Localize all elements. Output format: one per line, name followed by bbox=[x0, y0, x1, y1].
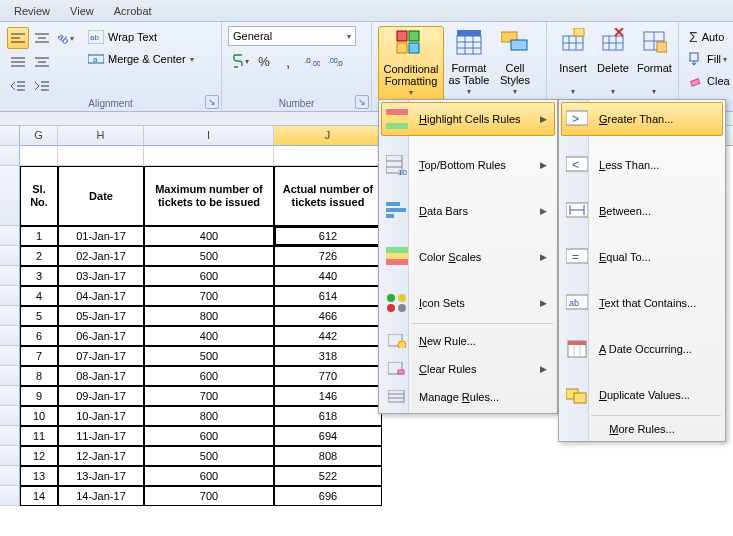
row-header[interactable] bbox=[0, 306, 20, 326]
cell[interactable]: 442 bbox=[274, 326, 382, 346]
cell[interactable]: 12 bbox=[20, 446, 58, 466]
cell[interactable]: 10-Jan-17 bbox=[58, 406, 144, 426]
decrease-indent-icon[interactable] bbox=[7, 75, 29, 97]
row-header[interactable] bbox=[0, 246, 20, 266]
insert-button[interactable]: Insert▾ bbox=[553, 26, 593, 109]
rotate-text-icon[interactable]: ab▾ bbox=[55, 27, 77, 49]
cell[interactable]: 500 bbox=[144, 346, 274, 366]
cell[interactable]: 466 bbox=[274, 306, 382, 326]
col-header-H[interactable]: H bbox=[58, 126, 144, 145]
cell[interactable]: 12-Jan-17 bbox=[58, 446, 144, 466]
menu-equal-to[interactable]: = Equal To... bbox=[561, 240, 723, 274]
cell[interactable]: 7 bbox=[20, 346, 58, 366]
cell[interactable]: 05-Jan-17 bbox=[58, 306, 144, 326]
row-header[interactable] bbox=[0, 146, 20, 166]
col-header-I[interactable]: I bbox=[144, 126, 274, 145]
comma-format-icon[interactable]: , bbox=[277, 50, 299, 72]
percent-format-icon[interactable]: % bbox=[253, 50, 275, 72]
cell[interactable] bbox=[274, 146, 382, 166]
cell[interactable]: 600 bbox=[144, 266, 274, 286]
decrease-decimal-icon[interactable]: .00.0 bbox=[325, 50, 347, 72]
menu-duplicate-values[interactable]: Duplicate Values... bbox=[561, 378, 723, 412]
conditional-formatting-button[interactable]: Conditional Formatting▾ bbox=[378, 26, 444, 109]
select-all-corner[interactable] bbox=[0, 126, 20, 146]
menu-more-rules[interactable]: More Rules... bbox=[561, 419, 723, 439]
menu-highlight-cells-rules[interactable]: Highlight Cells Rules ▶ bbox=[381, 102, 555, 136]
alignment-dialog-launcher[interactable]: ↘ bbox=[205, 95, 219, 109]
cell[interactable]: 700 bbox=[144, 486, 274, 506]
row-header[interactable] bbox=[0, 406, 20, 426]
menu-icon-sets[interactable]: Icon Sets ▶ bbox=[381, 286, 555, 320]
increase-decimal-icon[interactable]: .0.00 bbox=[301, 50, 323, 72]
increase-indent-icon[interactable] bbox=[31, 75, 53, 97]
cell[interactable]: 522 bbox=[274, 466, 382, 486]
cell[interactable]: Sl. No. bbox=[20, 166, 58, 226]
cell[interactable]: 14-Jan-17 bbox=[58, 486, 144, 506]
cell[interactable]: 6 bbox=[20, 326, 58, 346]
row-header[interactable] bbox=[0, 386, 20, 406]
cell[interactable]: 400 bbox=[144, 326, 274, 346]
cell[interactable]: 600 bbox=[144, 366, 274, 386]
cell[interactable]: 400 bbox=[144, 226, 274, 246]
cell[interactable]: 440 bbox=[274, 266, 382, 286]
autosum-button[interactable]: Σ Auto bbox=[685, 27, 725, 47]
row-header[interactable] bbox=[0, 346, 20, 366]
col-header-G[interactable]: G bbox=[20, 126, 58, 145]
format-button[interactable]: Format▾ bbox=[633, 26, 676, 109]
col-header-J[interactable]: J bbox=[274, 126, 382, 145]
tab-review[interactable]: Review bbox=[4, 2, 60, 20]
row-header[interactable] bbox=[0, 166, 20, 226]
cell[interactable]: 696 bbox=[274, 486, 382, 506]
cell[interactable]: 04-Jan-17 bbox=[58, 286, 144, 306]
row-header[interactable] bbox=[0, 466, 20, 486]
menu-top-bottom-rules[interactable]: 10 Top/Bottom Rules ▶ bbox=[381, 148, 555, 182]
cell[interactable]: 800 bbox=[144, 306, 274, 326]
cell[interactable]: 726 bbox=[274, 246, 382, 266]
cell[interactable]: 600 bbox=[144, 426, 274, 446]
format-as-table-button[interactable]: Format as Table▾ bbox=[444, 26, 494, 109]
cell[interactable]: 02-Jan-17 bbox=[58, 246, 144, 266]
menu-manage-rules[interactable]: Manage Rules... bbox=[381, 383, 555, 411]
cell[interactable]: 800 bbox=[144, 406, 274, 426]
menu-greater-than[interactable]: > Greater Than... bbox=[561, 102, 723, 136]
number-format-combo[interactable]: General ▾ bbox=[228, 26, 356, 46]
cell[interactable]: 11 bbox=[20, 426, 58, 446]
cell[interactable]: 700 bbox=[144, 386, 274, 406]
align-middle-icon[interactable] bbox=[31, 51, 53, 73]
cell[interactable]: Actual number of tickets issued bbox=[274, 166, 382, 226]
row-header[interactable] bbox=[0, 426, 20, 446]
cell[interactable]: 8 bbox=[20, 366, 58, 386]
clear-button[interactable]: Clea bbox=[685, 71, 725, 91]
cell[interactable]: 318 bbox=[274, 346, 382, 366]
cell[interactable]: 600 bbox=[144, 466, 274, 486]
cell[interactable]: 14 bbox=[20, 486, 58, 506]
menu-between[interactable]: Between... bbox=[561, 194, 723, 228]
cell[interactable]: 808 bbox=[274, 446, 382, 466]
cell[interactable]: 500 bbox=[144, 246, 274, 266]
tab-acrobat[interactable]: Acrobat bbox=[104, 2, 162, 20]
number-dialog-launcher[interactable]: ↘ bbox=[355, 95, 369, 109]
cell[interactable]: Maximum number of tickets to be issued bbox=[144, 166, 274, 226]
menu-new-rule[interactable]: New Rule... bbox=[381, 327, 555, 355]
cell[interactable]: 2 bbox=[20, 246, 58, 266]
cell-styles-button[interactable]: Cell Styles▾ bbox=[494, 26, 536, 109]
cell[interactable]: 4 bbox=[20, 286, 58, 306]
cell[interactable]: 614 bbox=[274, 286, 382, 306]
menu-color-scales[interactable]: Color Scales ▶ bbox=[381, 240, 555, 274]
accounting-format-icon[interactable]: ▾ bbox=[229, 50, 251, 72]
menu-text-contains[interactable]: ab Text that Contains... bbox=[561, 286, 723, 320]
cell[interactable]: 700 bbox=[144, 286, 274, 306]
cell[interactable]: Date bbox=[58, 166, 144, 226]
wrap-text-button[interactable]: ab Wrap Text bbox=[84, 27, 198, 47]
cell[interactable] bbox=[20, 146, 58, 166]
menu-data-bars[interactable]: Data Bars ▶ bbox=[381, 194, 555, 228]
cell[interactable]: 1 bbox=[20, 226, 58, 246]
align-justify-icon[interactable] bbox=[7, 51, 29, 73]
cell[interactable]: 9 bbox=[20, 386, 58, 406]
row-header[interactable] bbox=[0, 366, 20, 386]
cell[interactable]: 13 bbox=[20, 466, 58, 486]
cell[interactable]: 694 bbox=[274, 426, 382, 446]
cell[interactable] bbox=[144, 146, 274, 166]
menu-clear-rules[interactable]: Clear Rules ▶ bbox=[381, 355, 555, 383]
cell[interactable] bbox=[58, 146, 144, 166]
